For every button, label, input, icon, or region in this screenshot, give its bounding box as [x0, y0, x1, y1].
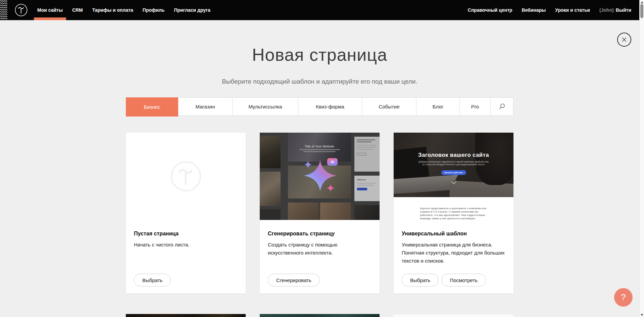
card-title: Сгенерировать страницу	[268, 231, 371, 237]
top-navbar: Мои сайты CRM Тарифы и оплата Профиль Пр…	[0, 0, 639, 20]
tab-shop[interactable]: Магазин	[178, 98, 233, 116]
nav-tariffs[interactable]: Тарифы и оплата	[89, 0, 137, 20]
search-icon	[498, 103, 505, 110]
template-body-text: Коротко представьтесь и расскажите о ком…	[420, 207, 487, 220]
nav-invite-friend[interactable]: Пригласи друга	[170, 0, 213, 20]
user-name: (John)	[599, 7, 614, 13]
select-button[interactable]: Выбрать	[134, 274, 171, 286]
generate-button[interactable]: Сгенерировать	[268, 274, 320, 286]
chevron-down-icon	[394, 180, 513, 186]
nav-label: CRM	[72, 7, 83, 13]
template-cta-button: Целевое действие	[441, 170, 466, 175]
tab-blog[interactable]: Блог	[416, 98, 460, 116]
nav-label: Справочный центр	[468, 7, 512, 13]
new-page-dialog: Новая страница Выберите подходящий шабло…	[0, 20, 639, 317]
universal-template-preview: Заголовок вашего сайта Добавьте интересн…	[394, 133, 513, 220]
card-description: Универсальная страница для бизнеса. Поня…	[402, 241, 505, 265]
template-card-blank: Пустая страница Начать с чистого листа. …	[126, 133, 246, 293]
tab-pro[interactable]: Pro	[460, 98, 491, 116]
nav-label: Профиль	[143, 7, 165, 13]
nav-crm[interactable]: CRM	[69, 0, 86, 20]
card-title: Пустая страница	[134, 231, 238, 237]
template-card-generate-ai: Title of Your Website About us	[260, 133, 380, 293]
tab-multilink[interactable]: Мультиссылка	[233, 98, 298, 116]
template-hero-title: Заголовок вашего сайта	[394, 152, 513, 158]
template-cards-row: Пустая страница Начать с чистого листа. …	[126, 133, 513, 293]
nav-webinars[interactable]: Вебинары	[518, 0, 549, 20]
tilda-logo-icon[interactable]	[15, 4, 28, 16]
nav-my-sites[interactable]: Мои сайты	[34, 0, 66, 20]
nav-label: Тарифы и оплата	[92, 7, 133, 13]
tilda-watermark-icon	[170, 161, 202, 192]
logout-label: Выйти	[616, 7, 631, 13]
nav-profile[interactable]: Профиль	[139, 0, 168, 20]
nav-logout[interactable]: (John) Выйти	[596, 0, 635, 20]
preview-button[interactable]: Посмотреть	[441, 274, 486, 286]
nav-lessons[interactable]: Уроки и статьи	[552, 0, 593, 20]
blank-page-preview	[126, 133, 246, 220]
next-row-card-preview[interactable]	[126, 314, 246, 317]
template-card-universal: Заголовок вашего сайта Добавьте интересн…	[394, 133, 513, 293]
scroll-up-arrow-icon[interactable]	[641, 1, 643, 3]
page-title: Новая страница	[0, 44, 639, 66]
ai-sparkle-icon	[260, 133, 380, 220]
next-row-card-preview[interactable]	[260, 314, 380, 317]
nav-help-center[interactable]: Справочный центр	[464, 0, 516, 20]
nav-label: Пригласи друга	[174, 7, 210, 13]
navbar-right-menu: Справочный центр Вебинары Уроки и статьи…	[464, 0, 635, 20]
help-button[interactable]: ?	[614, 288, 633, 307]
template-hero-text: Добавьте интересные подробности о вашей …	[418, 161, 489, 166]
zigzag-pattern-icon	[0, 0, 7, 20]
tab-search[interactable]	[491, 98, 513, 116]
template-body-section: Коротко представьтесь и расскажите о ком…	[394, 197, 513, 220]
select-button[interactable]: Выбрать	[402, 274, 439, 286]
tab-event[interactable]: Событие	[362, 98, 416, 116]
scrollbar-thumb[interactable]	[640, 4, 643, 18]
card-description: Создать страницу с помощью искусственног…	[268, 241, 371, 257]
tab-business[interactable]: Бизнес	[126, 97, 178, 117]
card-title: Универсальный шаблон	[402, 231, 505, 237]
navbar-left-menu: Мои сайты CRM Тарифы и оплата Профиль Пр…	[34, 0, 214, 20]
tab-quiz-form[interactable]: Квиз-форма	[298, 98, 362, 116]
close-icon	[621, 37, 627, 43]
card-description: Начать с чистого листа.	[134, 241, 238, 249]
next-row-card-preview[interactable]	[394, 314, 513, 317]
ai-badge: AI	[327, 158, 338, 166]
nav-label: Мои сайты	[37, 7, 63, 13]
template-hero: Заголовок вашего сайта Добавьте интересн…	[394, 133, 513, 197]
nav-label: Уроки и статьи	[555, 7, 590, 13]
ai-collage-preview: Title of Your Website About us	[260, 133, 380, 220]
template-category-tabs: Бизнес Магазин Мультиссылка Квиз-форма С…	[126, 97, 513, 116]
page-subtitle: Выберите подходящий шаблон и адаптируйте…	[0, 78, 639, 85]
nav-label: Вебинары	[522, 7, 546, 13]
scrollbar[interactable]	[639, 0, 644, 317]
close-button[interactable]	[617, 33, 631, 47]
next-template-row	[126, 314, 513, 317]
scroll-down-arrow-icon[interactable]	[641, 314, 643, 316]
